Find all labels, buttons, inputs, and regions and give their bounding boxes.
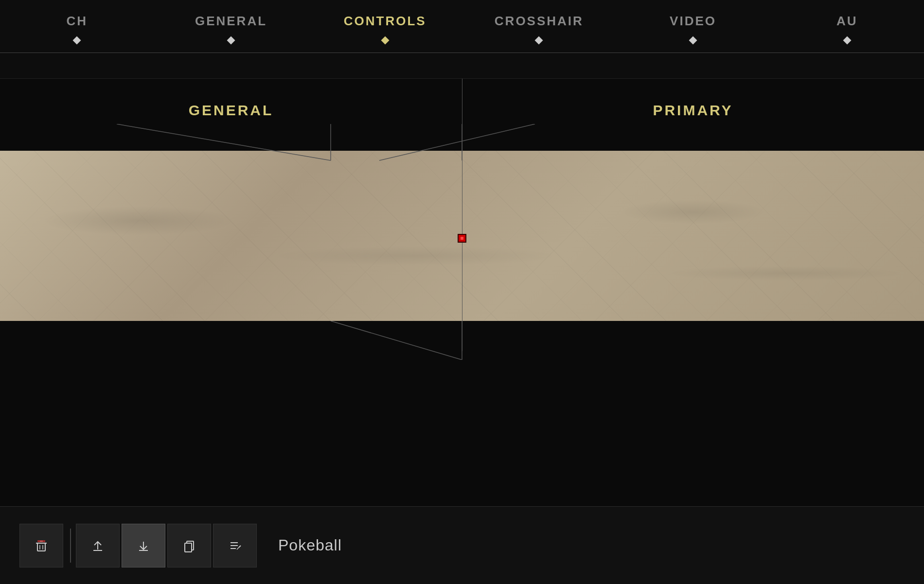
tab-video-diamond (689, 36, 697, 45)
tab-general-diamond (227, 36, 235, 45)
delete-button[interactable] (19, 524, 63, 567)
download-button[interactable] (122, 524, 165, 567)
tab-crosshair-label: CROSSHAIR (495, 14, 584, 29)
nav-line (0, 53, 924, 53)
tab-general-label: GENERAL (195, 14, 267, 29)
edit-button[interactable] (213, 524, 257, 567)
svg-line-22 (237, 548, 239, 549)
svg-rect-6 (37, 543, 45, 551)
svg-rect-11 (37, 540, 45, 542)
section-primary-label: PRIMARY (653, 102, 733, 119)
crosshair-dot (458, 234, 466, 243)
section-general-label: GENERAL (189, 102, 274, 119)
svg-line-3 (379, 124, 535, 160)
tab-controls-diamond (381, 36, 389, 45)
tab-search-diamond (73, 36, 81, 45)
bottom-toolbar: Pokeball (0, 506, 924, 584)
center-divider (462, 79, 462, 351)
copy-icon (181, 538, 197, 553)
tab-search-label: CH (67, 14, 88, 29)
svg-line-0 (117, 124, 331, 160)
tab-audio-label: AU (836, 14, 858, 29)
tab-search[interactable]: CH (0, 0, 154, 43)
nav-bar: CH GENERAL CONTROLS CROSSHAIR VIDEO AU (0, 0, 924, 79)
svg-rect-17 (185, 543, 192, 552)
upload-button[interactable] (76, 524, 120, 567)
copy-button[interactable] (167, 524, 211, 567)
trash-icon (34, 538, 49, 553)
tab-controls[interactable]: CONTROLS (308, 0, 462, 43)
tab-general[interactable]: GENERAL (154, 0, 308, 43)
tab-controls-label: CONTROLS (344, 14, 426, 29)
toolbar-divider (70, 529, 71, 563)
upload-icon (90, 538, 106, 553)
svg-line-21 (239, 546, 241, 548)
svg-line-4 (331, 321, 462, 360)
tab-crosshair[interactable]: CROSSHAIR (462, 0, 616, 43)
tab-audio-diamond (843, 36, 851, 45)
edit-list-icon (227, 538, 243, 553)
tab-crosshair-diamond (535, 36, 543, 45)
tab-video-label: VIDEO (670, 14, 716, 29)
tab-video[interactable]: VIDEO (616, 0, 770, 43)
download-icon (136, 538, 151, 553)
tab-audio[interactable]: AU (770, 0, 924, 43)
profile-name-label: Pokeball (278, 536, 342, 554)
